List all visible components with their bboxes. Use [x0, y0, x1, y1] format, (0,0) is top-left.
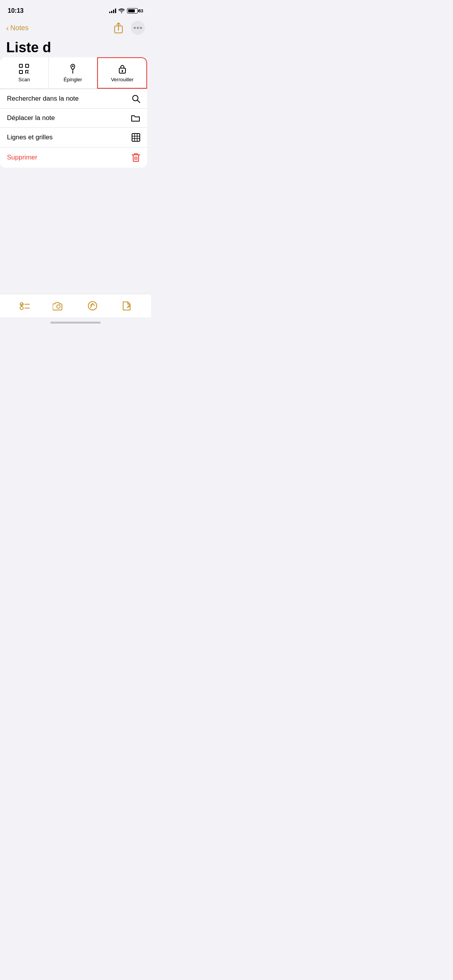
scan-icon	[19, 63, 29, 74]
search-icon	[132, 94, 140, 103]
share-icon	[113, 22, 124, 34]
back-button[interactable]: ‹ Notes	[6, 24, 29, 33]
camera-icon	[53, 301, 64, 311]
rechercher-label: Rechercher dans la note	[7, 95, 79, 103]
page-title: Liste d	[6, 39, 145, 56]
lock-icon	[118, 63, 127, 74]
menu-scan-button[interactable]: Scan	[0, 57, 49, 89]
menu-top-section: Scan Épingler V	[0, 57, 147, 89]
new-note-icon	[121, 301, 131, 311]
svg-line-19	[137, 100, 140, 103]
nav-right-buttons	[112, 21, 145, 35]
signal-icon	[109, 9, 116, 13]
status-time: 10:13	[8, 7, 24, 14]
status-bar: 10:13 83	[0, 0, 151, 19]
back-label: Notes	[10, 24, 29, 32]
trash-icon	[132, 153, 140, 162]
battery-icon: 83	[127, 8, 143, 14]
svg-point-3	[137, 27, 139, 29]
svg-rect-7	[19, 70, 22, 74]
pin-icon	[68, 63, 77, 74]
svg-rect-20	[132, 134, 140, 141]
svg-point-2	[134, 27, 136, 29]
menu-verrouiller-button[interactable]: Verrouiller	[97, 57, 147, 89]
dropdown-menu: Scan Épingler V	[0, 57, 147, 168]
more-icon	[134, 27, 142, 29]
deplacer-label: Déplacer la note	[7, 114, 55, 122]
menu-supprimer-item[interactable]: Supprimer	[0, 147, 147, 168]
checklist-button[interactable]	[15, 297, 34, 314]
lignes-label: Lignes et grilles	[7, 134, 53, 141]
svg-point-32	[57, 305, 60, 308]
menu-deplacer-item[interactable]: Déplacer la note	[0, 109, 147, 128]
menu-list: Rechercher dans la note Déplacer la note…	[0, 89, 147, 168]
folder-icon	[131, 114, 140, 122]
svg-rect-6	[26, 64, 29, 67]
menu-rechercher-item[interactable]: Rechercher dans la note	[0, 89, 147, 109]
svg-point-13	[72, 65, 74, 67]
supprimer-label: Supprimer	[7, 154, 37, 161]
grid-icon	[132, 133, 140, 142]
more-button[interactable]	[131, 21, 145, 35]
scan-label: Scan	[19, 77, 30, 82]
menu-epingler-button[interactable]: Épingler	[49, 57, 98, 89]
checklist-icon	[19, 300, 30, 311]
compose-button[interactable]	[83, 297, 102, 314]
svg-point-4	[140, 27, 142, 29]
battery-percent: 83	[139, 9, 143, 13]
verrouiller-label: Verrouiller	[111, 77, 134, 82]
svg-point-33	[88, 302, 97, 310]
nav-bar: ‹ Notes	[0, 19, 151, 38]
bottom-toolbar	[0, 294, 151, 317]
svg-rect-5	[19, 64, 22, 67]
compose-arrow-icon	[88, 301, 98, 311]
wifi-icon	[118, 9, 125, 13]
svg-point-30	[20, 307, 23, 310]
camera-button[interactable]	[49, 297, 68, 314]
menu-lignes-item[interactable]: Lignes et grilles	[0, 128, 147, 147]
status-icons: 83	[109, 8, 143, 14]
share-button[interactable]	[112, 21, 125, 35]
epingler-label: Épingler	[63, 77, 82, 82]
chevron-left-icon: ‹	[6, 24, 9, 33]
home-indicator	[50, 322, 101, 324]
new-note-button[interactable]	[117, 297, 136, 314]
